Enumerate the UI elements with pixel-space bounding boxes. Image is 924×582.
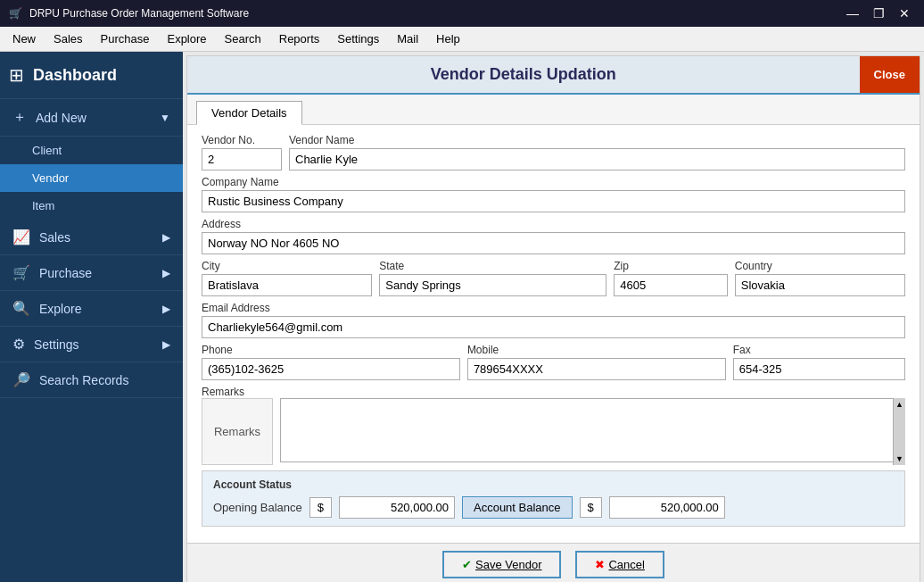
group-phone: Phone (202, 344, 460, 380)
sidebar-item-settings[interactable]: ⚙ Settings ▶ (0, 327, 183, 362)
menu-sales[interactable]: Sales (45, 29, 92, 48)
company-name-label: Company Name (202, 176, 905, 188)
group-vendor-no: Vendor No. (202, 134, 282, 170)
group-mobile: Mobile (467, 344, 726, 380)
city-input[interactable] (202, 274, 372, 296)
remarks-scroll-up[interactable]: ▲ (895, 400, 903, 409)
search-records-label: Search Records (39, 373, 128, 387)
zip-input[interactable] (614, 274, 728, 296)
cancel-icon: ✖ (595, 558, 605, 571)
sidebar-item-search-records[interactable]: 🔎 Search Records (0, 362, 183, 398)
account-balance-dollar: $ (580, 497, 602, 518)
sidebar-item-client[interactable]: Client (0, 137, 183, 164)
save-icon: ✔ (462, 558, 472, 571)
window-close-button[interactable]: ✕ (894, 4, 915, 22)
row-contact: Phone Mobile Fax (202, 344, 905, 380)
cancel-button[interactable]: ✖ Cancel (575, 551, 664, 578)
vendor-no-input[interactable] (202, 148, 282, 170)
menu-bar: New Sales Purchase Explore Search Report… (0, 27, 924, 52)
minimize-button[interactable]: — (841, 4, 864, 22)
cancel-label: Cancel (608, 558, 644, 571)
sidebar-item-add-new[interactable]: ＋ Add New ▼ (0, 99, 183, 137)
form-panel: Vendor Details Updation Close Vendor Det… (186, 55, 920, 582)
state-label: State (379, 260, 606, 272)
sidebar-title: Dashboard (33, 66, 117, 85)
row-location: City State Zip Country (202, 260, 905, 296)
explore-icon: 🔍 (12, 300, 30, 317)
sales-arrow-icon: ▶ (162, 231, 170, 244)
vendor-name-label: Vendor Name (289, 134, 905, 146)
client-label: Client (32, 144, 62, 157)
group-email: Email Address (202, 302, 905, 338)
title-bar: 🛒 DRPU Purchase Order Management Softwar… (0, 0, 924, 27)
form-title-bar: Vendor Details Updation Close (187, 56, 920, 95)
app-icon: 🛒 (9, 7, 22, 20)
group-fax: Fax (733, 344, 905, 380)
menu-mail[interactable]: Mail (388, 29, 427, 48)
email-input[interactable] (202, 316, 905, 338)
menu-explore[interactable]: Explore (158, 29, 215, 48)
vendor-label: Vendor (32, 171, 69, 185)
sidebar-item-sales[interactable]: 📈 Sales ▶ (0, 220, 183, 255)
group-address: Address (202, 218, 905, 254)
group-zip: Zip (614, 260, 728, 296)
account-balance-input[interactable] (609, 496, 725, 519)
company-name-input[interactable] (202, 190, 905, 212)
mobile-input[interactable] (467, 358, 726, 380)
account-status-row: Opening Balance $ Account Balance $ (213, 496, 894, 519)
app-title: DRPU Purchase Order Management Software (29, 7, 249, 20)
menu-help[interactable]: Help (427, 29, 469, 48)
settings-nav-label: Settings (34, 337, 79, 352)
opening-balance-label: Opening Balance (213, 501, 302, 514)
remarks-textarea[interactable] (280, 398, 905, 462)
add-new-arrow-icon: ▼ (160, 112, 170, 124)
tab-bar: Vendor Details (187, 95, 920, 125)
zip-label: Zip (614, 260, 728, 272)
state-input[interactable] (379, 274, 606, 296)
group-vendor-name: Vendor Name (289, 134, 905, 170)
fax-input[interactable] (733, 358, 905, 380)
sidebar-item-explore[interactable]: 🔍 Explore ▶ (0, 291, 183, 327)
save-vendor-button[interactable]: ✔ Save Vendor (442, 551, 561, 578)
purchase-nav-label: Purchase (39, 266, 92, 280)
form-close-button[interactable]: Close (860, 56, 920, 93)
country-input[interactable] (735, 274, 905, 296)
group-city: City (202, 260, 372, 296)
form-title: Vendor Details Updation (187, 56, 860, 93)
explore-arrow-icon: ▶ (162, 303, 170, 315)
sidebar-item-item[interactable]: Item (0, 192, 183, 220)
group-country: Country (735, 260, 905, 296)
row-remarks: Remarks Remarks ▲ ▼ (202, 386, 905, 465)
item-label: Item (32, 199, 54, 212)
sidebar-item-purchase[interactable]: 🛒 Purchase ▶ (0, 255, 183, 291)
content-area: Vendor Details Updation Close Vendor Det… (183, 52, 924, 582)
address-input[interactable] (202, 232, 905, 254)
form-content: Vendor No. Vendor Name Company Name Addr… (187, 125, 920, 543)
phone-input[interactable] (202, 358, 460, 380)
row-vendor-id: Vendor No. Vendor Name (202, 134, 905, 170)
menu-search[interactable]: Search (216, 29, 270, 48)
vendor-name-input[interactable] (289, 148, 905, 170)
explore-nav-label: Explore (39, 302, 81, 316)
purchase-arrow-icon: ▶ (162, 267, 170, 279)
mobile-label: Mobile (467, 344, 726, 356)
menu-new[interactable]: New (4, 29, 45, 48)
vendor-no-label: Vendor No. (202, 134, 282, 146)
opening-balance-input[interactable] (339, 496, 455, 519)
tab-vendor-details[interactable]: Vendor Details (196, 101, 302, 125)
city-label: City (202, 260, 372, 272)
dashboard-icon: ⊞ (9, 64, 24, 86)
remarks-scroll-down[interactable]: ▼ (895, 454, 903, 463)
search-records-icon: 🔎 (12, 371, 30, 388)
country-label: Country (735, 260, 905, 272)
email-label: Email Address (202, 302, 905, 314)
account-balance-button[interactable]: Account Balance (462, 496, 573, 519)
menu-settings[interactable]: Settings (328, 29, 388, 48)
sidebar-item-vendor[interactable]: Vendor (0, 164, 183, 192)
maximize-button[interactable]: ❐ (868, 4, 890, 22)
settings-arrow-icon: ▶ (162, 338, 170, 351)
menu-purchase[interactable]: Purchase (92, 29, 159, 48)
account-status-section: Account Status Opening Balance $ Account… (202, 470, 905, 527)
sidebar-header: ⊞ Dashboard (0, 52, 183, 99)
menu-reports[interactable]: Reports (270, 29, 329, 48)
